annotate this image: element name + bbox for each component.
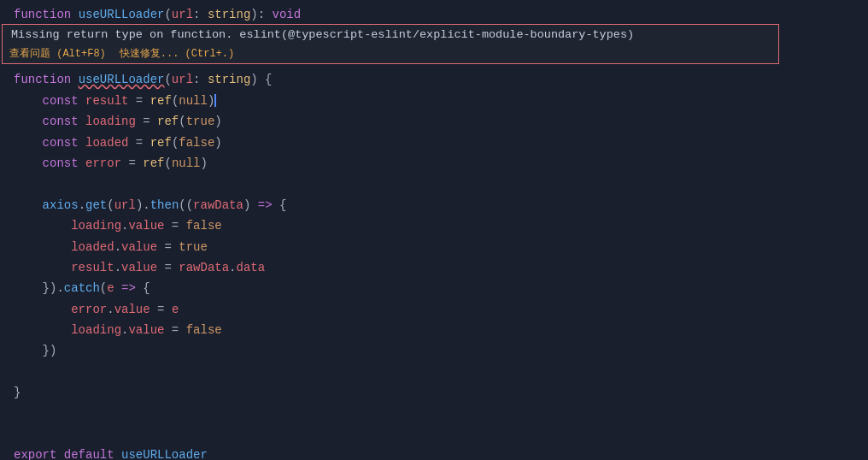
error-popup: Missing return type on function. eslint(… bbox=[2, 24, 779, 64]
code-line-3: function useURLLoader(url: string) { bbox=[0, 69, 868, 90]
type-string-1: string bbox=[208, 5, 250, 24]
code-line-18: } bbox=[0, 382, 868, 403]
code-line-20 bbox=[0, 424, 868, 445]
code-line-10: loading.value = false bbox=[0, 215, 868, 236]
fn-name-1: useURLLoader bbox=[79, 5, 165, 24]
error-text: Missing return type on function. eslint(… bbox=[11, 28, 634, 41]
code-line-12: result.value = rawData.data bbox=[0, 257, 868, 278]
fn-name-2: useURLLoader bbox=[79, 70, 165, 89]
code-line-1: function useURLLoader(url: string): void bbox=[0, 0, 868, 25]
code-line-6: const loaded = ref(false) bbox=[0, 133, 868, 153]
code-line-19 bbox=[0, 404, 868, 424]
code-line-7: const error = ref(null) bbox=[0, 153, 868, 174]
code-line-8 bbox=[0, 174, 868, 194]
view-problem-link[interactable]: 查看问题 (Alt+F8) bbox=[9, 46, 106, 61]
code-line-9: axios.get(url).then((rawData) => { bbox=[0, 195, 868, 215]
text-cursor bbox=[214, 94, 216, 107]
code-line-21: export default useURLLoader bbox=[0, 445, 868, 460]
code-line-14: error.value = e bbox=[0, 299, 868, 320]
keyword-function: function bbox=[14, 5, 79, 24]
code-line-13: }).catch(e => { bbox=[0, 278, 868, 298]
code-line-15: loading.value = false bbox=[0, 320, 868, 340]
punc-1: ( bbox=[164, 5, 171, 24]
code-line-5: const loading = ref(true) bbox=[0, 111, 868, 132]
code-line-11: loaded.value = true bbox=[0, 237, 868, 257]
code-editor: function useURLLoader(url: string): void… bbox=[0, 0, 868, 460]
code-line-17 bbox=[0, 362, 868, 382]
error-actions-bar: 查看问题 (Alt+F8) 快速修复... (Ctrl+.) bbox=[3, 44, 778, 63]
param-url: url bbox=[172, 5, 193, 24]
void-keyword: void bbox=[273, 5, 302, 24]
code-line-16: }) bbox=[0, 340, 868, 361]
code-line-4: const result = ref(null) bbox=[0, 91, 868, 111]
quick-fix-link[interactable]: 快速修复... (Ctrl+.) bbox=[120, 46, 234, 61]
error-message: Missing return type on function. eslint(… bbox=[3, 25, 778, 44]
